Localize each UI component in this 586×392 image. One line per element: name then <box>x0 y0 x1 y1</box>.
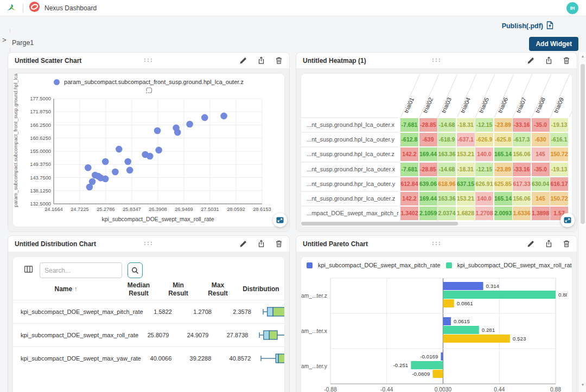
expand-icon[interactable] <box>560 213 575 227</box>
heatmap-cell[interactable]: 142.2 <box>400 192 418 205</box>
heatmap-cell[interactable]: -19.13 <box>550 163 568 176</box>
heatmap-cell[interactable]: -637.1 <box>457 133 475 146</box>
pareto-bar[interactable] <box>441 352 443 361</box>
scatter-point[interactable] <box>186 121 193 128</box>
legend-swatch-roll[interactable] <box>446 262 452 268</box>
heatmap-cell[interactable]: 2.1059 <box>419 207 437 220</box>
heatmap-cell[interactable]: 612.84 <box>400 177 418 191</box>
heatmap-cell[interactable]: 145 <box>532 147 550 161</box>
heatmap-cell[interactable]: -23.89 <box>494 163 512 176</box>
share-icon[interactable] <box>545 56 553 65</box>
trash-icon[interactable] <box>275 56 283 65</box>
scatter-point[interactable] <box>126 167 133 174</box>
edit-icon[interactable] <box>527 56 535 65</box>
drag-handle-icon[interactable] <box>432 59 441 62</box>
scatter-point[interactable] <box>146 153 154 160</box>
heatmap-cell[interactable]: 639.06 <box>419 177 437 191</box>
heatmap-cell[interactable]: -626.9 <box>475 133 493 146</box>
heatmap-cell[interactable]: 2.0374 <box>438 207 456 220</box>
scatter-point[interactable] <box>102 158 109 165</box>
heatmap-cell[interactable]: -33.16 <box>513 118 531 132</box>
heatmap-cell[interactable]: -617.3 <box>513 133 531 146</box>
heatmap-cell[interactable]: -19.13 <box>550 118 568 132</box>
heatmap-cell[interactable]: 2.0093 <box>494 207 512 220</box>
scrollbar-thumb[interactable] <box>581 64 585 224</box>
pareto-bar[interactable] <box>443 326 479 334</box>
heatmap-cell[interactable]: 617.33 <box>513 177 531 191</box>
heatmap-cell[interactable]: -12.15 <box>475 163 493 176</box>
scroll-up-icon[interactable]: ▲ <box>579 54 586 58</box>
heatmap-cell[interactable]: -625.8 <box>494 133 512 146</box>
heatmap-cell[interactable]: -28.85 <box>419 118 437 132</box>
heatmap-cell[interactable]: 156.06 <box>513 147 531 161</box>
heatmap-cell[interactable]: 169.44 <box>419 192 437 205</box>
heatmap-cell[interactable]: -18.31 <box>457 163 475 176</box>
scatter-point[interactable] <box>220 113 227 120</box>
heatmap-cell[interactable]: 626.91 <box>475 177 493 191</box>
user-avatar[interactable]: IH <box>566 2 578 14</box>
drag-handle-icon[interactable] <box>144 59 153 62</box>
scatter-point[interactable] <box>124 158 131 165</box>
pareto-bar[interactable] <box>443 317 451 325</box>
heatmap-cell[interactable]: 163.36 <box>438 192 456 205</box>
edit-icon[interactable] <box>527 240 535 248</box>
publish-pdf-link[interactable]: Publish(.pdf) <box>502 21 553 31</box>
heatmap-cell[interactable]: 1.6828 <box>457 207 475 220</box>
trash-icon[interactable] <box>563 240 570 248</box>
heatmap-cell[interactable]: 140.0 <box>475 192 493 205</box>
heatmap-cell[interactable]: -612.8 <box>400 133 418 146</box>
heatmap-cell[interactable]: -12.15 <box>475 118 493 132</box>
scatter-point[interactable] <box>85 164 92 171</box>
heatmap-cell[interactable]: -33.16 <box>513 163 531 176</box>
heatmap-cell[interactable]: 1.3402 <box>400 207 418 220</box>
columns-icon[interactable] <box>24 265 33 275</box>
heatmap-cell[interactable]: 1.6336 <box>513 207 531 220</box>
pareto-bar[interactable] <box>443 335 510 343</box>
heatmap-cell[interactable]: 150.72 <box>550 192 568 205</box>
heatmap-cell[interactable]: -630 <box>532 133 550 146</box>
heatmap-cell[interactable]: -35.0 <box>532 118 550 132</box>
heatmap-cell[interactable]: 165.14 <box>494 147 512 161</box>
heatmap-cell[interactable]: -7.681 <box>400 163 418 176</box>
scatter-point[interactable] <box>174 129 181 136</box>
edit-icon[interactable] <box>239 56 247 65</box>
heatmap-cell[interactable]: -14.68 <box>438 163 456 176</box>
heatmap-cell[interactable]: -23.89 <box>494 118 512 132</box>
heatmap-cell[interactable]: -618.9 <box>438 133 456 146</box>
heatmap-cell[interactable]: -14.68 <box>438 118 456 132</box>
add-widget-button[interactable]: Add Widget <box>529 37 578 51</box>
heatmap-cell[interactable]: 1.2708 <box>475 207 493 220</box>
legend-label[interactable]: kpi_subcompact_DOE_swept_max_roll_rate <box>457 262 572 268</box>
heatmap-cell[interactable]: -7.681 <box>400 118 418 132</box>
scatter-point[interactable] <box>89 178 96 185</box>
lasso-select-icon[interactable] <box>13 87 284 94</box>
heatmap-cell[interactable]: -18.31 <box>457 118 475 132</box>
share-icon[interactable] <box>257 240 265 248</box>
heatmap-cell[interactable]: 169.44 <box>419 147 437 161</box>
pareto-plot-canvas[interactable]: -0.88-0.440.00300.440.88param_...ter.z0.… <box>301 275 567 392</box>
heatmap-cell[interactable]: 625.85 <box>494 177 512 191</box>
scroll-down-icon[interactable]: ▼ <box>579 383 586 387</box>
heatmap-cell[interactable]: 616.17 <box>550 177 568 191</box>
heatmap-cell[interactable]: 140.0 <box>475 147 493 161</box>
heatmap-cell[interactable]: -639 <box>419 133 437 146</box>
legend-label[interactable]: kpi_subcompact_DOE_swept_max_pitch_rate <box>318 262 441 268</box>
search-input[interactable] <box>40 262 122 278</box>
scatter-point[interactable] <box>116 146 123 153</box>
drag-handle-icon[interactable] <box>144 242 153 245</box>
search-button[interactable] <box>128 262 143 278</box>
trash-icon[interactable] <box>563 56 570 65</box>
heatmap-cell[interactable]: 1.3898 <box>532 207 550 220</box>
scatter-point[interactable] <box>112 169 119 176</box>
heatmap-cell[interactable]: 165.14 <box>494 192 512 205</box>
scatter-point[interactable] <box>201 114 208 121</box>
heatmap-cell[interactable]: -35.0 <box>532 163 550 176</box>
pareto-bar[interactable] <box>432 370 443 378</box>
scatter-plot-canvas[interactable]: 24.166424.722525.278625.834726.390826.94… <box>13 95 285 227</box>
heatmap-cell[interactable]: 145 <box>532 192 550 205</box>
pareto-bar[interactable] <box>443 299 454 307</box>
pareto-bar[interactable] <box>411 361 443 369</box>
heatmap-cell[interactable]: 150.72 <box>550 147 568 161</box>
column-header[interactable]: Name ↑ <box>13 285 119 293</box>
heatmap-cell[interactable]: 153.21 <box>457 192 475 205</box>
